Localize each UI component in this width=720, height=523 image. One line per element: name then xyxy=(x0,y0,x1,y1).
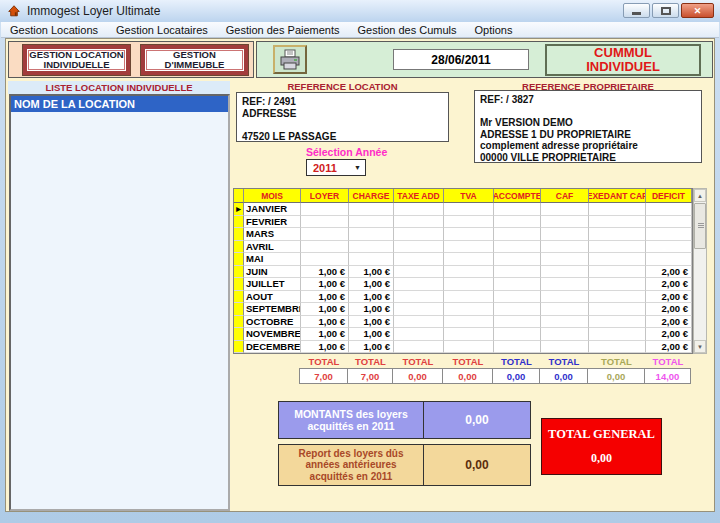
menu-gestion-paiements[interactable]: Gestion des Paiements xyxy=(217,22,349,38)
value-cell xyxy=(494,203,541,216)
year-dropdown[interactable]: 2011 ▼ xyxy=(306,159,366,176)
value-cell xyxy=(541,203,589,216)
mode-buttons-panel: GESTION LOCATION INDIVIDUELLE GESTION D'… xyxy=(8,41,254,78)
total-value: 0,00 xyxy=(587,368,645,384)
table-scrollbar[interactable]: ▲ ▼ xyxy=(693,188,707,354)
total-general-label: TOTAL GENERAL xyxy=(548,427,655,442)
row-marker xyxy=(234,341,244,354)
value-cell xyxy=(444,328,494,341)
months-table[interactable]: MOISLOYERCHARGETAXE ADDTVAACCOMPTECAFEXE… xyxy=(233,188,693,354)
value-cell xyxy=(444,303,494,316)
total-label: TOTAL xyxy=(588,356,645,368)
table-row[interactable]: FEVRIER xyxy=(234,216,692,229)
scrollbar-thumb[interactable] xyxy=(694,203,706,249)
total-label: TOTAL xyxy=(540,356,588,368)
value-cell xyxy=(589,253,646,266)
gestion-location-individuelle-label: GESTION LOCATION INDIVIDUELLE xyxy=(28,50,125,70)
scroll-down-button[interactable]: ▼ xyxy=(694,340,706,353)
value-cell xyxy=(541,291,589,304)
label-line: D'IMMEUBLE xyxy=(165,60,225,71)
column-header: ACCOMPTE xyxy=(494,189,541,203)
value-cell xyxy=(589,291,646,304)
value-cell xyxy=(444,278,494,291)
table-row[interactable]: MAI xyxy=(234,253,692,266)
month-cell: MARS xyxy=(244,228,301,241)
gestion-immeuble-label: GESTION D'IMMEUBLE xyxy=(146,50,243,70)
table-row[interactable]: SEPTEMBRE1,00 €1,00 €2,00 € xyxy=(234,303,692,316)
value-cell xyxy=(301,253,349,266)
scroll-down-icon: ▼ xyxy=(697,344,703,350)
maximize-button[interactable] xyxy=(652,3,679,18)
totals-values: 7,007,000,000,000,000,000,0014,00 xyxy=(300,368,691,384)
total-value: 7,00 xyxy=(347,368,393,384)
scroll-up-icon: ▲ xyxy=(697,193,703,199)
ref-location-line xyxy=(242,119,443,131)
maximize-icon xyxy=(661,7,671,15)
row-marker xyxy=(234,228,244,241)
table-row[interactable]: AOUT1,00 €1,00 €2,00 € xyxy=(234,291,692,304)
menu-options[interactable]: Options xyxy=(466,22,522,38)
value-cell xyxy=(444,228,494,241)
table-row[interactable]: AVRIL xyxy=(234,241,692,254)
close-button[interactable]: ✕ xyxy=(681,3,714,18)
location-listbox[interactable]: NOM DE LA LOCATION xyxy=(9,94,230,511)
reference-location-header: REFERENCE LOCATION xyxy=(236,81,449,92)
table-row[interactable]: JUILLET1,00 €1,00 €2,00 € xyxy=(234,278,692,291)
value-cell: 1,00 € xyxy=(301,278,349,291)
value-cell: 1,00 € xyxy=(349,303,394,316)
value-cell xyxy=(301,203,349,216)
scrollbar-grip-icon xyxy=(698,223,704,224)
value-cell xyxy=(394,278,444,291)
gestion-location-individuelle-button[interactable]: GESTION LOCATION INDIVIDUELLE xyxy=(23,45,130,75)
selection-annee-label: Sélection Année xyxy=(306,146,416,158)
value-cell xyxy=(589,303,646,316)
total-value: 0,00 xyxy=(492,368,540,384)
location-list-item-selected[interactable]: NOM DE LA LOCATION xyxy=(11,96,228,112)
value-cell xyxy=(541,328,589,341)
main-content: GESTION LOCATION INDIVIDUELLE GESTION D'… xyxy=(5,38,715,512)
value-cell xyxy=(494,241,541,254)
table-row[interactable]: ▶JANVIER xyxy=(234,203,692,216)
row-marker xyxy=(234,316,244,329)
value-cell xyxy=(394,316,444,329)
total-label: TOTAL xyxy=(300,356,348,368)
value-cell xyxy=(444,291,494,304)
value-cell xyxy=(589,278,646,291)
month-cell: JUIN xyxy=(244,266,301,279)
value-cell xyxy=(494,216,541,229)
row-marker xyxy=(234,253,244,266)
row-marker xyxy=(234,266,244,279)
cummul-individuel-button[interactable]: CUMMUL INDIVIDUEL xyxy=(545,44,701,76)
table-row[interactable]: MARS xyxy=(234,228,692,241)
table-row[interactable]: OCTOBRE1,00 €1,00 €2,00 € xyxy=(234,316,692,329)
total-value: 7,00 xyxy=(299,368,348,384)
title-bar: Immogest Loyer Ultimate ✕ xyxy=(0,0,720,22)
current-date-field[interactable]: 28/06/2011 xyxy=(393,49,529,70)
month-cell: AOUT xyxy=(244,291,301,304)
print-button[interactable] xyxy=(273,45,307,74)
label-line: années antérieures xyxy=(305,459,396,471)
scroll-up-button[interactable]: ▲ xyxy=(694,189,706,202)
label-line: MONTANTS des loyers xyxy=(294,408,408,420)
total-general-value: 0,00 xyxy=(591,451,612,466)
month-cell: JUILLET xyxy=(244,278,301,291)
table-row[interactable]: NOVEMBRE1,00 €1,00 €2,00 € xyxy=(234,328,692,341)
value-cell xyxy=(349,241,394,254)
ref-location-line: 47520 LE PASSAGE xyxy=(242,131,443,143)
value-cell: 1,00 € xyxy=(349,341,394,354)
menu-gestion-locataires[interactable]: Gestion Locataires xyxy=(107,22,217,38)
menu-gestion-cumuls[interactable]: Gestion des Cumuls xyxy=(349,22,466,38)
total-value: 0,00 xyxy=(539,368,588,384)
minimize-button[interactable] xyxy=(623,3,650,18)
window-title: Immogest Loyer Ultimate xyxy=(27,4,160,18)
menu-gestion-locations[interactable]: Gestion Locations xyxy=(1,22,107,38)
table-row[interactable]: DECEMBRE1,00 €1,00 €2,00 € xyxy=(234,341,692,354)
gestion-immeuble-button[interactable]: GESTION D'IMMEUBLE xyxy=(141,45,248,75)
value-cell xyxy=(646,253,692,266)
total-value: 0,00 xyxy=(392,368,443,384)
value-cell xyxy=(541,278,589,291)
table-row[interactable]: JUIN1,00 €1,00 €2,00 € xyxy=(234,266,692,279)
column-header: CAF xyxy=(541,189,589,203)
column-header: MOIS xyxy=(244,189,301,203)
total-label: TOTAL xyxy=(645,356,691,368)
